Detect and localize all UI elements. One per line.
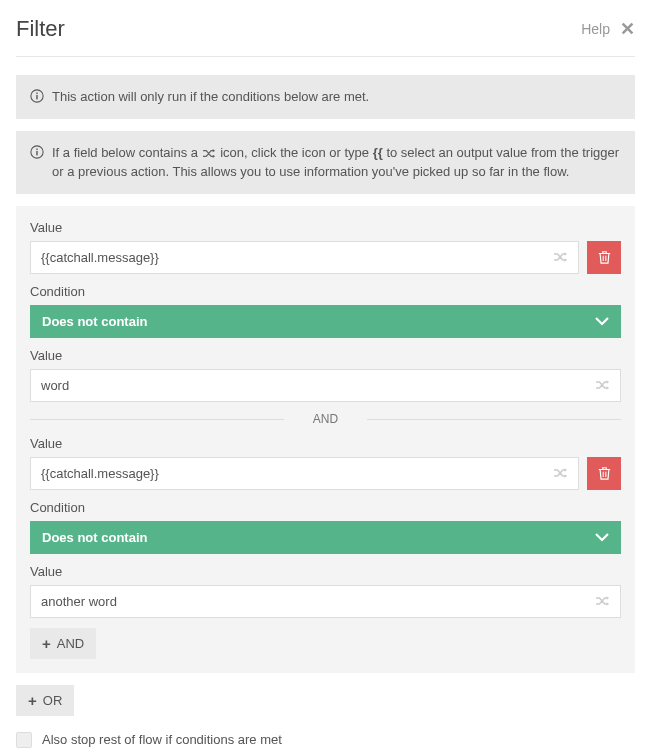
and-separator: AND bbox=[30, 412, 621, 426]
condition-label: Condition bbox=[30, 500, 621, 515]
info-icon bbox=[30, 89, 44, 103]
chevron-down-icon bbox=[595, 317, 609, 326]
svg-rect-2 bbox=[36, 93, 37, 94]
value-input[interactable] bbox=[31, 242, 554, 273]
info-icon bbox=[30, 145, 44, 159]
condition-select-value: Does not contain bbox=[42, 314, 147, 329]
condition-label: Condition bbox=[30, 284, 621, 299]
close-icon[interactable]: ✕ bbox=[620, 18, 635, 40]
help-link[interactable]: Help bbox=[581, 21, 610, 37]
condition-select[interactable]: Does not contain bbox=[30, 305, 621, 338]
shuffle-icon[interactable] bbox=[596, 595, 620, 607]
value-label: Value bbox=[30, 564, 621, 579]
info-box-conditions: This action will only run if the conditi… bbox=[16, 75, 635, 119]
condition-select-value: Does not contain bbox=[42, 530, 147, 545]
shuffle-icon[interactable] bbox=[554, 467, 578, 479]
add-or-button[interactable]: + OR bbox=[16, 685, 74, 716]
filter-form: Filter Help ✕ This action will only run … bbox=[0, 0, 651, 750]
compare-value-input[interactable] bbox=[31, 370, 596, 401]
delete-condition-button[interactable] bbox=[587, 241, 621, 274]
add-and-button[interactable]: + AND bbox=[30, 628, 96, 659]
value-label: Value bbox=[30, 220, 621, 235]
svg-rect-1 bbox=[36, 95, 37, 99]
value-label: Value bbox=[30, 436, 621, 451]
condition-row: Value Condition Does not contain bbox=[30, 220, 621, 402]
value-input[interactable] bbox=[31, 458, 554, 489]
compare-value-input[interactable] bbox=[31, 586, 596, 617]
plus-icon: + bbox=[42, 636, 51, 651]
chevron-down-icon bbox=[595, 533, 609, 542]
stop-flow-row: Also stop rest of flow if conditions are… bbox=[16, 732, 635, 748]
svg-rect-5 bbox=[36, 148, 37, 149]
delete-condition-button[interactable] bbox=[587, 457, 621, 490]
condition-select[interactable]: Does not contain bbox=[30, 521, 621, 554]
svg-rect-4 bbox=[36, 150, 37, 154]
header: Filter Help ✕ bbox=[16, 16, 635, 57]
value-label: Value bbox=[30, 348, 621, 363]
shuffle-icon[interactable] bbox=[596, 379, 620, 391]
info-text-2: If a field below contains a icon, click … bbox=[52, 143, 621, 182]
conditions-group: Value Condition Does not contain bbox=[16, 206, 635, 673]
page-title: Filter bbox=[16, 16, 65, 42]
shuffle-icon[interactable] bbox=[554, 251, 578, 263]
info-text-1: This action will only run if the conditi… bbox=[52, 87, 369, 107]
condition-row: Value Condition Does not contain bbox=[30, 436, 621, 618]
stop-flow-checkbox[interactable] bbox=[16, 732, 32, 748]
plus-icon: + bbox=[28, 693, 37, 708]
info-box-shuffle: If a field below contains a icon, click … bbox=[16, 131, 635, 194]
stop-flow-label: Also stop rest of flow if conditions are… bbox=[42, 732, 282, 747]
shuffle-icon bbox=[203, 148, 216, 159]
